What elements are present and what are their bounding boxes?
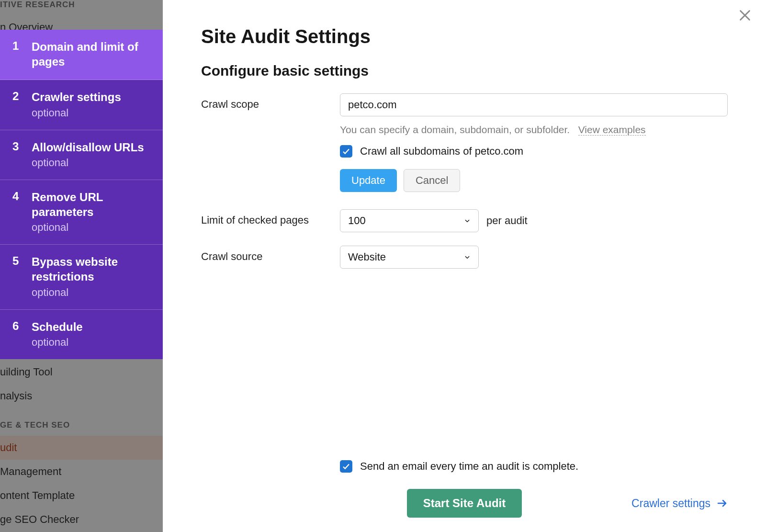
step-allow-disallow[interactable]: 3 Allow/disallow URLs optional <box>0 130 163 180</box>
step-title: Allow/disallow URLs <box>32 140 150 155</box>
chevron-down-icon <box>464 254 471 260</box>
email-notify-checkbox[interactable] <box>340 460 352 473</box>
section-title: Configure basic settings <box>201 63 728 79</box>
email-notify-label: Send an email every time an audit is com… <box>360 460 578 473</box>
chevron-down-icon <box>464 217 471 224</box>
label-limit-pages: Limit of checked pages <box>201 209 340 226</box>
limit-suffix: per audit <box>486 215 528 227</box>
crawl-subdomains-row: Crawl all subdomains of petco.com <box>340 145 728 158</box>
step-subtitle: optional <box>32 286 150 299</box>
next-step-link[interactable]: Crawler settings <box>631 497 728 510</box>
bg-section-header: ITIVE RESEARCH <box>0 0 163 15</box>
crawl-subdomains-label: Crawl all subdomains of petco.com <box>360 145 523 158</box>
step-number: 2 <box>12 90 22 103</box>
step-subtitle: optional <box>32 336 150 349</box>
step-number: 5 <box>12 254 22 268</box>
bg-section-header: GE & TECH SEO <box>0 416 163 436</box>
bg-item: udit <box>0 436 163 460</box>
select-value: Website <box>348 251 386 263</box>
step-title: Remove URL parameters <box>32 190 150 219</box>
view-examples-link[interactable]: View examples <box>578 124 646 136</box>
limit-pages-select[interactable]: 100 <box>340 209 479 232</box>
label-crawl-source: Crawl source <box>201 246 340 263</box>
crawl-subdomains-checkbox[interactable] <box>340 145 352 158</box>
close-icon <box>738 9 752 22</box>
next-step-label: Crawler settings <box>631 497 710 510</box>
step-title: Bypass website restrictions <box>32 254 150 284</box>
crawl-scope-input[interactable] <box>340 93 728 116</box>
crawl-source-select[interactable]: Website <box>340 246 479 269</box>
step-number: 3 <box>12 140 22 153</box>
page-title: Site Audit Settings <box>201 26 728 47</box>
check-icon <box>342 147 350 156</box>
helper-text: You can specify a domain, subdomain, or … <box>340 124 728 136</box>
step-subtitle: optional <box>32 107 150 119</box>
select-value: 100 <box>348 215 366 227</box>
bg-item: ge SEO Checker <box>0 508 163 532</box>
row-crawl-source: Crawl source Website <box>201 246 728 269</box>
step-schedule[interactable]: 6 Schedule optional <box>0 310 163 359</box>
bg-item: Management <box>0 460 163 484</box>
step-title: Crawler settings <box>32 90 150 104</box>
check-icon <box>342 462 350 471</box>
settings-panel: Site Audit Settings Configure basic sett… <box>163 0 766 532</box>
step-number: 6 <box>12 319 22 333</box>
close-button[interactable] <box>738 9 752 24</box>
helper-static: You can specify a domain, subdomain, or … <box>340 124 570 135</box>
bg-item: nalysis <box>0 384 163 408</box>
step-crawler-settings[interactable]: 2 Crawler settings optional <box>0 80 163 130</box>
arrow-right-icon <box>716 498 728 509</box>
step-title: Schedule <box>32 319 150 334</box>
bg-item: ontent Template <box>0 484 163 508</box>
step-number: 4 <box>12 190 22 203</box>
step-title: Domain and limit of pages <box>32 39 150 69</box>
step-subtitle: optional <box>32 221 150 234</box>
step-domain-limit[interactable]: 1 Domain and limit of pages <box>0 30 163 80</box>
step-remove-url-params[interactable]: 4 Remove URL parameters optional <box>0 180 163 245</box>
label-crawl-scope: Crawl scope <box>201 93 340 111</box>
bg-item: uilding Tool <box>0 360 163 384</box>
step-subtitle: optional <box>32 157 150 169</box>
step-bypass-restrictions[interactable]: 5 Bypass website restrictions optional <box>0 245 163 309</box>
start-site-audit-button[interactable]: Start Site Audit <box>407 489 522 518</box>
step-number: 1 <box>12 39 22 53</box>
update-button[interactable]: Update <box>340 169 397 192</box>
cancel-button[interactable]: Cancel <box>404 169 460 192</box>
wizard-steps: 1 Domain and limit of pages 2 Crawler se… <box>0 30 163 359</box>
panel-footer: Send an email every time an audit is com… <box>201 460 728 518</box>
row-limit-pages: Limit of checked pages 100 per audit <box>201 209 728 232</box>
email-notify-row: Send an email every time an audit is com… <box>340 460 728 473</box>
row-crawl-scope: Crawl scope You can specify a domain, su… <box>201 93 728 192</box>
